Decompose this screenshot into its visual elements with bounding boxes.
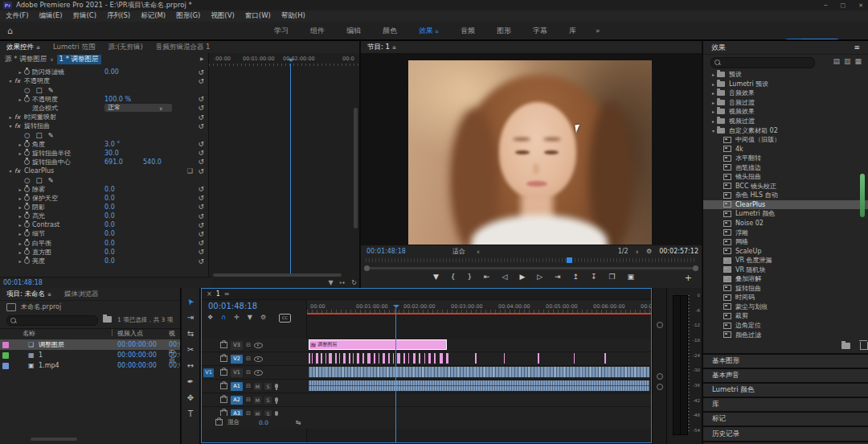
rect-mask-icon[interactable]: □ <box>35 86 42 94</box>
chevron-icon[interactable]: ▸ <box>6 114 14 120</box>
export-frame-button[interactable]: ❐ <box>608 273 615 281</box>
clip-fragment[interactable] <box>403 353 405 364</box>
reset-parameter-icon[interactable]: ↺ <box>198 104 204 112</box>
clip-fragment[interactable] <box>440 353 443 364</box>
effects-tree-item[interactable]: 网格 <box>703 237 868 247</box>
chevron-icon[interactable]: ▾ <box>6 78 14 84</box>
workspace-tab[interactable]: 组件≡ <box>310 26 325 36</box>
mark-in-button[interactable]: { <box>451 273 456 281</box>
clip-fragment[interactable] <box>339 353 340 364</box>
effect-property-row[interactable]: ▸ fx ○ □ ✎ 阴影 0.0 ∨ ❏ ↺ <box>0 203 208 212</box>
solo-button[interactable]: S <box>264 383 272 390</box>
effect-property-row[interactable]: ▸ fx ○ □ ✎ 保护天空 0.0 ∨ ❏ ↺ <box>0 194 208 203</box>
stopwatch-icon[interactable] <box>24 213 32 219</box>
type-tool[interactable]: T <box>188 410 193 418</box>
clip-fragment[interactable] <box>353 353 354 364</box>
panel-menu-icon[interactable]: ≡ <box>224 290 230 298</box>
stopwatch-icon[interactable] <box>24 142 32 147</box>
minimize-button[interactable]: ─ <box>824 2 827 9</box>
property-value[interactable]: 0.0 <box>104 195 115 202</box>
chevron-icon[interactable]: ▾ <box>6 123 14 129</box>
chevron-icon[interactable]: ▸ <box>16 142 24 147</box>
workspace-tab[interactable]: 库≡ <box>569 26 576 36</box>
clip-fragment[interactable] <box>326 353 326 364</box>
close-button[interactable]: ✕ <box>858 2 863 9</box>
track-content[interactable] <box>306 366 651 379</box>
mute-button[interactable]: M <box>254 397 261 404</box>
stopwatch-icon[interactable] <box>24 204 32 210</box>
project-breadcrumb[interactable]: 未命名.prproj <box>21 302 61 311</box>
track-content[interactable] <box>306 393 651 406</box>
effects-tree-item[interactable]: 裁剪 <box>703 311 868 321</box>
zoom-scrollbar[interactable] <box>366 267 697 269</box>
expand-icon[interactable]: ▶ <box>200 56 204 61</box>
pen-mask-icon[interactable]: ✎ <box>47 176 53 184</box>
ellipse-mask-icon[interactable]: ○ <box>24 131 30 139</box>
effects-tree-item[interactable]: ▸ Lumetri 预设 <box>703 80 868 89</box>
track-output-eye-icon[interactable] <box>254 370 263 376</box>
effect-controls-tab[interactable]: 源:(无剪辑)≡ <box>101 43 149 52</box>
menu-item[interactable]: 帮助(H) <box>281 11 305 21</box>
chevron-icon[interactable]: ▸ <box>710 90 717 96</box>
reset-parameter-icon[interactable]: ↺ <box>198 122 204 130</box>
track-content[interactable]: fx调整图层 <box>306 339 651 352</box>
slip-tool[interactable]: ↔ <box>187 362 194 370</box>
track-target-button[interactable]: V3 <box>231 341 243 350</box>
effect-property-row[interactable]: ▸ fx ○ □ ✎ 不透明度 100.0 % ∨ ❏ ↺ <box>0 95 208 104</box>
effect-property-row[interactable]: ▾ fx ○ □ ✎ ClearPlus ∨ ❏ ↺ <box>0 166 208 175</box>
effects-tree-item[interactable]: 颜色过滤 <box>703 330 868 339</box>
hand-tool[interactable]: ✥ <box>187 394 194 402</box>
clip-fragment[interactable] <box>446 353 448 364</box>
clip-fragment[interactable] <box>379 353 379 364</box>
stopwatch-icon[interactable] <box>24 150 32 156</box>
reset-parameter-icon[interactable]: ↺ <box>198 68 204 76</box>
effects-tree-item[interactable]: ▸ 视频过渡 <box>703 117 868 126</box>
column-video-in[interactable]: 视频入点 <box>117 329 143 338</box>
lift-button[interactable]: ↥ <box>573 273 579 281</box>
collapsed-panel-header[interactable]: 标记 <box>703 411 868 426</box>
effects-tree-item[interactable]: 镜头扭曲 <box>703 172 868 182</box>
property-value[interactable]: 100.0 % <box>104 96 131 103</box>
vertical-scrollbar[interactable] <box>354 108 358 228</box>
video-clip[interactable] <box>309 367 649 377</box>
effect-property-row[interactable]: fx ○ □ ✎ 混合模式 正常 ∨ ❏ ↺ <box>0 104 208 113</box>
effect-property-row[interactable]: ▾ fx ○ □ ✎ 不透明度 ∨ ❏ ↺ <box>0 76 208 85</box>
menu-item[interactable]: 序列(S) <box>107 11 130 21</box>
scrollbar-knob[interactable] <box>657 373 663 380</box>
effects-tree-item[interactable]: 水平翻转 <box>703 154 868 163</box>
property-value[interactable]: 0.00 <box>104 68 119 76</box>
accelerated-effects-filter-icon[interactable]: ▤ <box>833 57 840 65</box>
property-value[interactable]: 30.0 <box>104 150 119 157</box>
effects-tree-item[interactable]: VR 随机块 <box>703 265 868 274</box>
horizontal-scrollbar[interactable] <box>31 438 77 441</box>
fx-badge-icon[interactable]: fx <box>14 122 24 130</box>
property-value[interactable]: 691.0 <box>104 158 123 166</box>
effect-property-row[interactable]: fx ○ □ ✎ ∨ ❏ ↺ <box>0 130 208 139</box>
property-value-y[interactable]: 540.0 <box>143 158 162 166</box>
reset-parameter-icon[interactable]: ↺ <box>198 167 204 175</box>
menu-item[interactable]: 窗口(W) <box>245 11 271 21</box>
effects-tree-item[interactable]: 边角定位 <box>703 321 868 331</box>
stopwatch-icon[interactable] <box>24 258 32 264</box>
effects-tree-item[interactable]: 4k <box>703 144 868 154</box>
fx-badge-icon[interactable]: fx <box>14 113 24 121</box>
pen-mask-icon[interactable]: ✎ <box>47 86 53 94</box>
stopwatch-icon[interactable] <box>24 69 32 75</box>
stopwatch-icon[interactable] <box>24 187 32 192</box>
track-output-eye-icon[interactable] <box>254 343 263 348</box>
comparison-view-button[interactable]: ▣ <box>627 273 634 281</box>
property-value[interactable]: 0.0 <box>104 257 115 265</box>
fit-sequence-icon[interactable]: ↹ <box>296 419 301 426</box>
effect-property-row[interactable]: fx ○ □ ✎ ∨ ❏ ↺ <box>0 175 208 184</box>
linked-selection-icon[interactable]: ✛ <box>234 314 240 321</box>
chevron-icon[interactable]: ▸ <box>16 213 24 219</box>
column-name[interactable]: 名称 <box>23 329 35 338</box>
effects-tree-item[interactable]: ▸ 预设 <box>703 70 868 80</box>
home-icon[interactable]: ⌂ <box>7 26 13 36</box>
voiceover-mic-icon[interactable] <box>275 384 278 388</box>
reset-parameter-icon[interactable]: ↺ <box>198 203 204 211</box>
project-item-row[interactable]: ▣ 1.mp4 00:00:00:00 00:00:00:00 <box>0 360 180 371</box>
project-search-input[interactable] <box>6 315 98 326</box>
chevron-down-icon[interactable]: ∨ <box>50 56 53 62</box>
effects-tree-item[interactable]: ▾ 自定义素材箱 02 <box>703 125 868 135</box>
